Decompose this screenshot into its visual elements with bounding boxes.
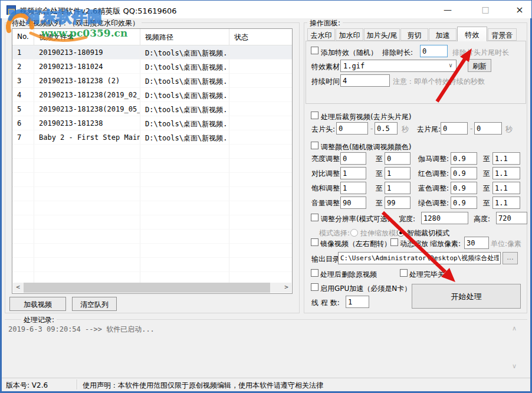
- tab-背景音[interactable]: 背景音: [488, 28, 517, 41]
- color-input-from-right[interactable]: [451, 152, 477, 165]
- crop-checkbox[interactable]: [311, 112, 318, 119]
- empty-cell: [12, 201, 34, 215]
- clear-queue-button[interactable]: 清空队列: [72, 297, 117, 311]
- log-scroll-down-icon[interactable]: ∨: [512, 362, 517, 370]
- width-input[interactable]: [421, 212, 468, 224]
- mirror-checkbox[interactable]: [311, 238, 318, 246]
- empty-cell: [229, 187, 292, 201]
- table-row[interactable]: 420190213-181238(2019_02_2...D:\tools\桌面…: [12, 88, 292, 102]
- application-window: 视频综合处理软件v2.6精英版 QQ:51619606 — □ × 待处理视频队…: [0, 0, 532, 393]
- tab-加速[interactable]: 加速: [429, 28, 457, 41]
- empty-cell: [229, 215, 292, 230]
- color-input-to-left[interactable]: [385, 196, 411, 209]
- crop-tail-to-input[interactable]: [474, 122, 502, 135]
- color-input-from-left[interactable]: [340, 152, 366, 165]
- color-input-from-left[interactable]: [340, 167, 366, 179]
- video-queue-table[interactable]: No.视频文件名视频路径状态 120190213-180919D:\tools\…: [12, 28, 293, 294]
- delete-after-checkbox[interactable]: [311, 269, 318, 277]
- height-input[interactable]: [496, 212, 527, 224]
- smart-crop-mode-label: 智能裁切模式: [407, 228, 449, 238]
- table-row[interactable]: 220190213-181024D:\tools\桌面\新视频...: [12, 60, 292, 74]
- color-input-to-right[interactable]: [492, 152, 520, 165]
- crop-head-to-input[interactable]: [375, 122, 398, 135]
- color-input-to-left[interactable]: [385, 167, 411, 179]
- horizontal-scrollbar[interactable]: < >: [13, 283, 291, 293]
- color-row-label-left: 对比调整:: [311, 169, 342, 179]
- table-row[interactable]: 7Baby 2 - First Step Main ...D:\tools\桌面…: [12, 130, 292, 145]
- table-row[interactable]: 320190213-181238 (2)D:\tools\桌面\新视频...: [12, 74, 292, 88]
- start-processing-button[interactable]: 开始处理: [412, 284, 521, 309]
- empty-table-row: [12, 201, 292, 215]
- browse-button[interactable]: ...: [503, 252, 518, 264]
- empty-table-row: [12, 258, 292, 272]
- empty-cell: [34, 201, 140, 215]
- threads-input[interactable]: [346, 296, 369, 308]
- delete-after-label: 处理后删除原视频: [320, 270, 377, 280]
- load-videos-button[interactable]: 加载视频: [9, 297, 66, 311]
- tab-加水印[interactable]: 加水印: [336, 28, 363, 41]
- scrollbar-thumb[interactable]: [24, 283, 270, 293]
- exclude-duration-label: 排除时长:: [382, 48, 413, 58]
- tab-去水印[interactable]: 去水印: [307, 28, 335, 41]
- table-row[interactable]: 120190213-180919D:\tools\桌面\新视频...: [12, 45, 292, 60]
- shutdown-after-checkbox[interactable]: [400, 269, 408, 277]
- minimize-button[interactable]: —: [433, 1, 462, 18]
- crop-head-from-input[interactable]: [336, 122, 368, 135]
- empty-cell: [229, 201, 292, 215]
- duration-input[interactable]: [340, 74, 390, 87]
- material-combobox[interactable]: 1.gif ∨: [340, 60, 457, 72]
- add-effect-checkbox[interactable]: [311, 47, 318, 54]
- cell-no: 2: [12, 60, 34, 74]
- zoom-unit-label: 单位:像素: [491, 239, 521, 249]
- crop-dash: -: [370, 125, 373, 133]
- empty-cell: [229, 159, 292, 173]
- scroll-left-icon[interactable]: <: [13, 283, 23, 293]
- color-input-to-right[interactable]: [492, 167, 520, 179]
- resolution-checkbox[interactable]: [311, 214, 318, 221]
- empty-cell: [140, 230, 229, 244]
- color-input-from-right[interactable]: [451, 167, 477, 179]
- output-dir-input[interactable]: [338, 252, 501, 264]
- color-checkbox[interactable]: [311, 142, 318, 149]
- dynamic-zoom-checkbox[interactable]: [390, 238, 398, 246]
- to-label: 至: [376, 169, 383, 179]
- smart-crop-mode-radio[interactable]: [397, 229, 405, 237]
- color-input-to-left[interactable]: [385, 182, 411, 194]
- cell-status: [229, 45, 292, 60]
- empty-cell: [34, 159, 140, 173]
- empty-cell: [140, 244, 229, 258]
- color-input-from-left[interactable]: [340, 196, 366, 209]
- exclude-duration-input[interactable]: [420, 45, 448, 57]
- tab-特效[interactable]: 特效: [457, 27, 487, 41]
- tab-加片头/尾[interactable]: 加片头/尾: [364, 28, 400, 41]
- color-input-to-right[interactable]: [492, 182, 520, 194]
- to-label: 至: [376, 184, 383, 194]
- log-scroll-up-icon[interactable]: ∧: [512, 325, 517, 332]
- column-header: No.: [12, 29, 34, 45]
- color-input-from-right[interactable]: [451, 196, 477, 209]
- stretch-mode-radio[interactable]: [350, 229, 358, 237]
- crop-tail-from-input[interactable]: [441, 122, 468, 135]
- tab-剪切[interactable]: 剪切: [400, 28, 428, 41]
- scroll-right-icon[interactable]: >: [281, 283, 291, 293]
- table-row[interactable]: 620190213-181238D:\tools\桌面\新视频...: [12, 116, 292, 130]
- color-input-from-right[interactable]: [451, 182, 477, 194]
- color-input-to-left[interactable]: [385, 152, 411, 165]
- mode-select-label: 模式选择:: [319, 228, 350, 238]
- zoom-pixels-input[interactable]: [464, 237, 489, 249]
- crop-tail-unit: 秒: [505, 125, 513, 135]
- color-input-to-right[interactable]: [492, 196, 520, 209]
- close-button[interactable]: ×: [508, 1, 531, 18]
- cell-filename: 20190213-181024: [34, 60, 140, 74]
- resolution-label: 调整分辨率(模式可选): [321, 214, 390, 224]
- empty-cell: [140, 258, 229, 272]
- color-row-label-left: 饱和调整:: [311, 184, 342, 194]
- color-input-from-left[interactable]: [340, 182, 366, 194]
- empty-table-row: [12, 159, 292, 173]
- to-label: 至: [483, 198, 490, 208]
- empty-cell: [34, 215, 140, 230]
- gpu-checkbox[interactable]: [311, 283, 318, 291]
- table-header-row: No.视频文件名视频路径状态: [12, 29, 292, 45]
- refresh-button[interactable]: 刷新: [468, 59, 491, 72]
- table-row[interactable]: 520190213-181238(2019_05_0...D:\tools\桌面…: [12, 102, 292, 116]
